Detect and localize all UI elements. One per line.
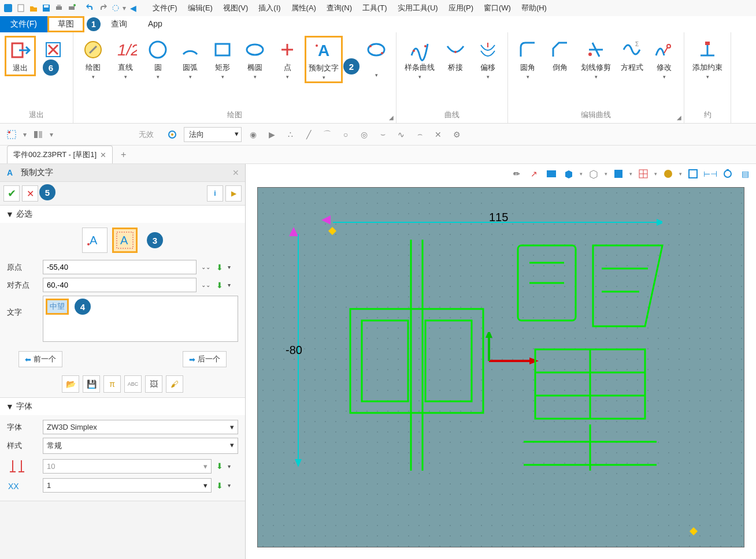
constraint-button[interactable]: 添加约束▾ xyxy=(689,36,726,82)
text-mode-box[interactable]: A xyxy=(112,228,138,253)
gear-icon[interactable] xyxy=(165,128,179,141)
text-mode-plain[interactable]: A xyxy=(82,228,108,253)
line-tool-icon[interactable]: ╱ xyxy=(302,128,316,141)
tab-app[interactable]: App xyxy=(138,16,173,32)
ellipse-button[interactable]: 椭圆▾ xyxy=(240,36,270,82)
text-input[interactable]: 中望 4 xyxy=(43,296,238,342)
frame-icon[interactable] xyxy=(687,167,699,180)
font-header[interactable]: ▼ 字体 xyxy=(0,398,245,415)
next-button[interactable]: ➡后一个 xyxy=(183,351,227,367)
align-dd[interactable]: ⌄⌄ xyxy=(201,282,212,288)
open-icon[interactable] xyxy=(28,2,39,14)
align-input[interactable] xyxy=(43,278,197,292)
doctab-active[interactable]: 零件002.Z3PRT - [草图1] ✕ xyxy=(7,146,113,163)
rect-button[interactable]: 矩形▾ xyxy=(207,36,238,82)
save-text-icon[interactable]: 💾 xyxy=(83,375,100,393)
cancel-button[interactable]: ✕ xyxy=(22,185,38,202)
align-pick[interactable]: ⬇ xyxy=(216,281,223,290)
arrow-icon[interactable]: ◀ xyxy=(127,2,139,14)
expand-button[interactable]: ▶ xyxy=(225,185,242,202)
size2-pick[interactable]: ⬇ xyxy=(216,481,223,490)
horiz-icon[interactable]: ⊢⊣ xyxy=(704,167,717,180)
bracket-icon[interactable]: ⌢ xyxy=(413,128,427,141)
info-button[interactable]: i xyxy=(207,185,223,202)
color-icon[interactable] xyxy=(662,167,675,180)
panel-close-icon[interactable]: ✕ xyxy=(232,168,239,177)
equation-button[interactable]: Σ 方程式 xyxy=(617,36,647,75)
offset-button[interactable]: 偏移▾ xyxy=(473,36,503,82)
menu-util[interactable]: 实用工具(U) xyxy=(393,1,443,16)
x-icon[interactable]: ✕ xyxy=(431,128,445,141)
dots-icon[interactable]: ∴ xyxy=(283,128,297,141)
canvas[interactable]: 115 -80 xyxy=(257,187,744,547)
group-launcher-draw[interactable]: ◢ xyxy=(389,114,394,121)
add-tab-button[interactable]: + xyxy=(116,150,131,160)
required-header[interactable]: ▼ 必选 xyxy=(0,206,245,223)
arc-tool-icon[interactable]: ⌒ xyxy=(320,128,334,141)
measure-icon[interactable] xyxy=(110,2,121,14)
menu-app[interactable]: 应用(P) xyxy=(444,1,478,16)
close-tab-icon[interactable]: ✕ xyxy=(100,151,106,159)
style-combo[interactable]: 常规▾ xyxy=(43,438,238,454)
cam-icon[interactable] xyxy=(721,167,734,180)
play-icon[interactable]: ▶ xyxy=(265,128,279,141)
new-file-icon[interactable] xyxy=(15,2,27,14)
tab-query[interactable]: 查询 xyxy=(101,16,138,32)
menu-attr[interactable]: 属性(A) xyxy=(287,1,321,16)
save-icon[interactable] xyxy=(40,2,52,14)
print-preview-icon[interactable] xyxy=(66,2,77,14)
exit-button[interactable]: 退出 xyxy=(5,36,36,76)
size1-pick[interactable]: ⬇ xyxy=(216,461,223,471)
size2-combo[interactable]: 1▾ xyxy=(43,478,212,493)
font-combo[interactable]: ZW3D Simplex▾ xyxy=(43,420,238,434)
cube-icon[interactable] xyxy=(562,167,575,180)
ok-button[interactable]: ✔ xyxy=(3,185,20,202)
eraser-icon[interactable]: ✏ xyxy=(510,167,523,180)
spline-extra-button[interactable]: ▾ xyxy=(361,36,391,80)
print-icon[interactable] xyxy=(53,2,65,14)
app-icon[interactable] xyxy=(2,2,14,14)
size1-combo[interactable]: 10▾ xyxy=(43,459,212,474)
line-button[interactable]: 1/2 直线▾ xyxy=(110,36,140,82)
draw-button[interactable]: 绘图▾ xyxy=(78,36,108,82)
menu-insert[interactable]: 插入(I) xyxy=(254,1,285,16)
wave-icon[interactable]: ∿ xyxy=(394,128,408,141)
selection-filter-icon[interactable] xyxy=(5,128,18,141)
bridge-button[interactable]: 桥接 xyxy=(440,36,470,75)
wireframe-icon[interactable] xyxy=(587,167,600,180)
origin-pick[interactable]: ⬇ xyxy=(216,263,223,272)
grid-icon[interactable] xyxy=(637,167,650,180)
redo-icon[interactable] xyxy=(97,2,109,14)
group-launcher-edit[interactable]: ◢ xyxy=(677,114,681,121)
modify-button[interactable]: 修改▾ xyxy=(649,36,679,82)
menu-tools[interactable]: 工具(T) xyxy=(358,1,392,16)
menu-window[interactable]: 窗口(W) xyxy=(479,1,516,16)
menu-file[interactable]: 文件(F) xyxy=(148,1,182,16)
arc2-icon[interactable]: ⌣ xyxy=(376,128,390,141)
menu-view[interactable]: 视图(V) xyxy=(218,1,253,16)
tab-sketch[interactable]: 草图 xyxy=(47,16,84,32)
img-icon[interactable]: 🖼 xyxy=(145,375,162,393)
prev-button[interactable]: ⬅前一个 xyxy=(18,351,62,367)
menu-edit[interactable]: 编辑(E) xyxy=(183,1,217,16)
tool-icon[interactable]: ⚙ xyxy=(450,128,464,141)
target-icon[interactable]: ◉ xyxy=(246,128,260,141)
open-text-icon[interactable]: 📂 xyxy=(62,375,79,393)
brush-icon[interactable]: 🖌 xyxy=(166,375,183,393)
view-mode-icon[interactable] xyxy=(31,128,45,141)
tab-file[interactable]: 文件(F) xyxy=(0,16,47,32)
fillet-button[interactable]: 圆角▾ xyxy=(513,36,543,82)
circle2-icon[interactable]: ◎ xyxy=(357,128,371,141)
trim-button[interactable]: 划线修剪▾ xyxy=(577,36,614,82)
circle-tool-icon[interactable]: ○ xyxy=(339,128,353,141)
origin-input[interactable] xyxy=(43,260,197,274)
cancel-sketch-button[interactable]: 6 xyxy=(38,36,68,73)
menu-help[interactable]: 帮助(H) xyxy=(517,1,551,16)
circle-button[interactable]: 圆▾ xyxy=(143,36,173,82)
pi-icon[interactable]: π xyxy=(103,375,121,393)
arc-button[interactable]: 圆弧▾ xyxy=(175,36,205,82)
point-button[interactable]: 点▾ xyxy=(272,36,302,82)
abc-icon[interactable]: ABC xyxy=(124,375,142,393)
normal-combo[interactable]: 法向▾ xyxy=(184,127,242,142)
chamfer-button[interactable]: 倒角 xyxy=(545,36,575,75)
